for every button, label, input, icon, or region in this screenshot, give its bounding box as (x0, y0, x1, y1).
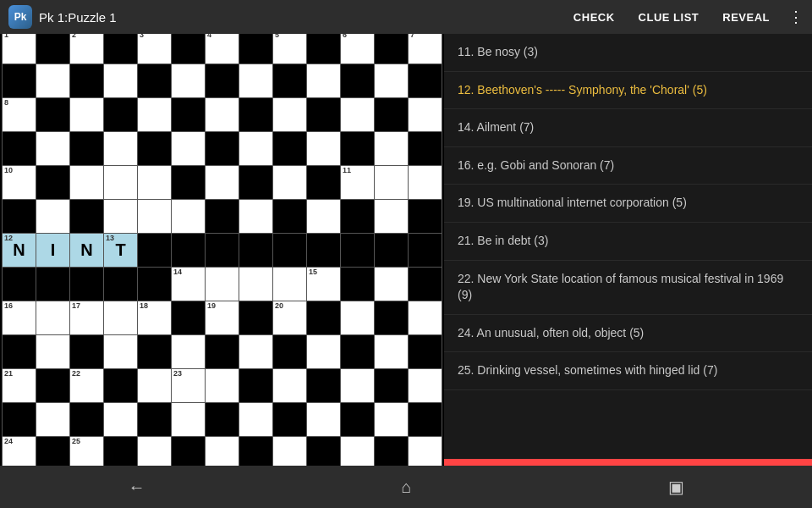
grid-cell[interactable] (375, 64, 408, 97)
grid-cell[interactable] (341, 200, 374, 233)
grid-cell[interactable] (375, 234, 408, 267)
grid-cell[interactable] (239, 200, 272, 233)
grid-cell[interactable] (206, 64, 239, 97)
grid-cell[interactable]: 25 (70, 437, 103, 467)
grid-cell[interactable] (307, 132, 340, 165)
grid-cell[interactable] (104, 34, 137, 64)
grid-cell[interactable] (138, 166, 171, 199)
grid-cell[interactable] (239, 335, 272, 368)
grid-cell[interactable]: 1 (3, 34, 36, 64)
grid-cell[interactable] (36, 98, 69, 131)
grid-cell[interactable] (409, 234, 442, 267)
grid-cell[interactable]: 2 (70, 34, 103, 64)
grid-cell[interactable] (239, 403, 272, 436)
grid-cell[interactable] (409, 335, 442, 368)
grid-cell[interactable] (3, 64, 36, 97)
grid-cell[interactable] (375, 166, 408, 199)
grid-cell[interactable] (341, 268, 374, 301)
grid-cell[interactable] (36, 437, 69, 467)
grid-cell[interactable] (70, 98, 103, 131)
grid-cell[interactable]: 16 (3, 301, 36, 334)
grid-cell[interactable] (172, 437, 205, 467)
clue-item[interactable]: 24. An unusual, often old, object (5) (444, 315, 812, 353)
grid-cell[interactable] (36, 369, 69, 402)
grid-cell[interactable]: N (70, 234, 103, 267)
grid-cell[interactable] (239, 234, 272, 267)
grid-cell[interactable] (409, 166, 442, 199)
grid-cell[interactable] (375, 403, 408, 436)
grid-cell[interactable] (104, 403, 137, 436)
grid-cell[interactable] (307, 369, 340, 402)
grid-cell[interactable] (3, 200, 36, 233)
grid-cell[interactable] (70, 268, 103, 301)
grid-cell[interactable] (206, 268, 239, 301)
grid-cell[interactable]: 4 (206, 34, 239, 64)
grid-cell[interactable] (341, 132, 374, 165)
grid-cell[interactable] (172, 34, 205, 64)
grid-cell[interactable]: 18 (138, 301, 171, 334)
grid-cell[interactable]: 19 (206, 301, 239, 334)
grid-cell[interactable] (341, 234, 374, 267)
grid-cell[interactable]: 14 (172, 268, 205, 301)
grid-cell[interactable]: 12N (3, 234, 36, 267)
grid-cell[interactable] (375, 437, 408, 467)
grid-cell[interactable] (104, 200, 137, 233)
grid-cell[interactable]: 24 (3, 437, 36, 467)
grid-cell[interactable] (239, 34, 272, 64)
grid-cell[interactable] (36, 268, 69, 301)
home-button[interactable]: ⌂ (384, 471, 428, 504)
grid-cell[interactable] (341, 369, 374, 402)
grid-cell[interactable] (239, 268, 272, 301)
grid-cell[interactable] (341, 98, 374, 131)
grid-cell[interactable] (70, 132, 103, 165)
grid-cell[interactable] (104, 64, 137, 97)
grid-cell[interactable] (273, 200, 306, 233)
grid-cell[interactable] (104, 437, 137, 467)
crossword-grid-area[interactable]: 12345678101112NIN13TH1415161718192021222… (0, 34, 444, 466)
grid-cell[interactable] (273, 166, 306, 199)
grid-cell[interactable] (375, 369, 408, 402)
grid-cell[interactable]: H (138, 234, 171, 267)
clue-item[interactable]: 22. New York State location of famous mu… (444, 261, 812, 315)
grid-cell[interactable]: 22 (70, 369, 103, 402)
grid-cell[interactable] (172, 403, 205, 436)
grid-cell[interactable] (375, 200, 408, 233)
grid-cell[interactable] (104, 268, 137, 301)
grid-cell[interactable] (239, 301, 272, 334)
grid-cell[interactable] (70, 166, 103, 199)
grid-cell[interactable] (307, 335, 340, 368)
grid-cell[interactable] (104, 132, 137, 165)
grid-cell[interactable] (307, 64, 340, 97)
grid-cell[interactable] (307, 437, 340, 467)
grid-cell[interactable] (138, 369, 171, 402)
clue-list-button[interactable]: CLUE LIST (634, 8, 705, 27)
check-button[interactable]: CHECK (568, 8, 620, 27)
grid-cell[interactable] (307, 200, 340, 233)
grid-cell[interactable] (239, 166, 272, 199)
clue-item[interactable]: 12. Beethoven's ----- Symphony, the 'Cho… (444, 72, 812, 110)
grid-cell[interactable] (206, 98, 239, 131)
grid-cell[interactable] (172, 64, 205, 97)
clue-item[interactable]: 14. Ailment (7) (444, 109, 812, 147)
grid-cell[interactable] (36, 64, 69, 97)
grid-cell[interactable]: 10 (3, 166, 36, 199)
grid-cell[interactable] (273, 98, 306, 131)
grid-cell[interactable] (104, 98, 137, 131)
grid-cell[interactable] (70, 200, 103, 233)
grid-cell[interactable] (138, 268, 171, 301)
grid-cell[interactable] (138, 200, 171, 233)
grid-cell[interactable]: 3 (138, 34, 171, 64)
clue-item[interactable]: 19. US multinational internet corporatio… (444, 185, 812, 223)
grid-cell[interactable] (239, 98, 272, 131)
grid-cell[interactable] (409, 369, 442, 402)
grid-cell[interactable] (375, 98, 408, 131)
grid-cell[interactable] (36, 34, 69, 64)
grid-cell[interactable] (172, 132, 205, 165)
grid-cell[interactable]: 21 (3, 369, 36, 402)
grid-cell[interactable] (307, 34, 340, 64)
grid-cell[interactable] (409, 200, 442, 233)
grid-cell[interactable] (409, 268, 442, 301)
clue-item[interactable]: 11. Be nosy (3) (444, 34, 812, 72)
grid-cell[interactable] (307, 403, 340, 436)
grid-cell[interactable] (273, 268, 306, 301)
